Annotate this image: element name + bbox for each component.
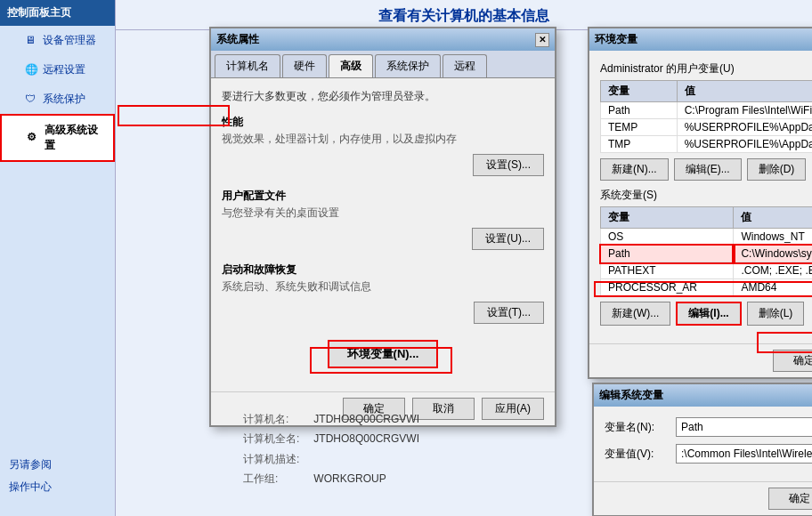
sysprops-titlebar: 系统属性 ✕ [211,28,555,51]
system-vars-title: 系统变量(S) [600,188,812,203]
varvalue-label: 变量值(V): [605,447,676,462]
editsysvar-body: 变量名(N): 变量值(V): [594,407,812,481]
computer-workgroup-label: 工作组: [236,469,306,488]
sidebar-bottom: 另请参阅 操作中心 [0,454,116,498]
system-vars-table: 变量 值 OS Windows_NT Path C:\Windows\syste… [600,206,812,296]
sys-var-pathext-value: .COM; .EXE; .BAT; .CMD; .VBS; .VBE... [734,262,812,279]
computer-name-value: JTDHO8Q00CRGVWI [306,409,426,429]
user-var-temp-value: %USERPROFILE%\AppData\Local\Temp [677,119,812,136]
user-var-tmp[interactable]: TMP %USERPROFILE%\AppData\Local\Temp [601,136,813,153]
user-delete-btn[interactable]: 删除(D) [747,158,807,181]
tab-sysprotect[interactable]: 系统保护 [375,54,441,77]
section-startup-desc: 系统启动、系统失败和调试信息 [222,279,544,294]
sidebar-item-advanced[interactable]: ⚙ 高级系统设置 [0,114,115,162]
userprofile-settings-btn[interactable]: 设置(U)... [472,228,544,250]
remote-icon: 🌐 [25,63,39,77]
sidebar-see-also[interactable]: 另请参阅 [0,454,116,476]
editsysvar-ok-btn[interactable]: 确定 [768,488,812,510]
user-var-temp[interactable]: TEMP %USERPROFILE%\AppData\Local\Temp [601,119,813,136]
sidebar-action-center[interactable]: 操作中心 [0,476,116,498]
sys-var-os[interactable]: OS Windows_NT [601,229,813,246]
envvars-ok-btn[interactable]: 确定 [773,350,812,372]
envvars-footer: 确定 取消 [589,343,812,377]
editsysvar-footer: 确定 取消 [594,481,812,515]
user-var-temp-name: TEMP [601,119,678,136]
sysprops-apply-btn[interactable]: 应用(A) [482,398,544,420]
computer-workgroup-value: WORKGROUP [306,469,426,488]
tab-hardware[interactable]: 硬件 [282,54,327,77]
tab-advanced[interactable]: 高级 [329,54,373,77]
sys-var-col-header: 变量 [601,207,734,229]
varvalue-input[interactable] [676,444,812,464]
varname-row: 变量名(N): [605,417,812,437]
sidebar: 控制面板主页 🖥 设备管理器 🌐 远程设置 🛡 系统保护 ⚙ 高级系统设置 另请… [0,0,116,516]
tab-computername[interactable]: 计算机名 [215,54,280,77]
sidebar-item-remote[interactable]: 🌐 远程设置 [0,55,115,85]
main-area: 查看有关计算机的基本信息 系统属性 ✕ 计算机名 硬件 高级 系统保护 远程 要… [116,0,812,516]
tab-remote[interactable]: 远程 [443,54,487,77]
sys-var-pathext[interactable]: PATHEXT .COM; .EXE; .BAT; .CMD; .VBS; .V… [601,262,813,279]
sys-val-col-header: 值 [734,207,812,229]
sysprops-tabbar: 计算机名 硬件 高级 系统保护 远程 [211,51,555,78]
perf-settings-btn[interactable]: 设置(S)... [473,154,544,176]
envvars-body: Administrator 的用户变量(U) 变量 值 Path C:\Prog… [589,51,812,343]
user-val-col-header: 值 [677,81,812,102]
sys-var-path-name: Path [601,246,734,262]
sys-var-os-name: OS [601,229,734,246]
user-action-row: 新建(N)... 编辑(E)... 删除(D) [600,158,812,181]
sidebar-title: 控制面板主页 [0,0,115,26]
system-vars-section: 系统变量(S) 变量 值 OS Windows_NT [600,188,812,326]
system-new-btn[interactable]: 新建(W)... [600,302,670,326]
computer-fullname-label: 计算机全名: [236,429,306,448]
user-vars-title: Administrator 的用户变量(U) [600,61,812,77]
varname-label: 变量名(N): [605,420,676,435]
section-userprofile-title: 用户配置文件 [222,189,544,204]
user-new-btn[interactable]: 新建(N)... [600,158,669,181]
section-perf-title: 性能 [222,115,544,130]
user-edit-btn[interactable]: 编辑(E)... [674,158,742,181]
editsysvar-titlebar: 编辑系统变量 ✕ [594,384,812,407]
advanced-icon: ⚙ [27,131,41,145]
varname-input[interactable] [676,417,812,437]
computer-name-row: 计算机名: JTDHO8Q00CRGVWI [236,409,426,429]
section-userprofile-desc: 与您登录有关的桌面设置 [222,206,544,221]
user-var-tmp-name: TMP [601,136,678,153]
sysprops-title: 系统属性 [216,32,259,47]
section-perf-desc: 视觉效果，处理器计划，内存使用，以及虚拟内存 [222,132,544,147]
computer-desc-row: 计算机描述: [236,449,426,469]
sys-var-processorarch-name: PROCESSOR_AR [601,279,734,296]
protection-icon: 🛡 [25,93,39,107]
system-delete-btn[interactable]: 删除(L) [747,302,805,326]
computer-info: 计算机名: JTDHO8Q00CRGVWI 计算机全名: JTDHO8Q00CR… [236,409,426,489]
computer-fullname-value: JTDHO8Q00CRGVWI [306,429,426,448]
sys-var-pathext-name: PATHEXT [601,262,734,279]
sys-var-processorarch[interactable]: PROCESSOR_AR AMD64 [601,279,813,296]
computer-name-label: 计算机名: [236,409,306,429]
sysprops-info-text: 要进行大多数更改，您必须作为管理员登录。 [222,89,544,104]
computer-fullname-row: 计算机全名: JTDHO8Q00CRGVWI [236,429,426,448]
user-var-path[interactable]: Path C:\Program Files\Intel\WiFi\bin.... [601,102,813,119]
device-icon: 🖥 [25,34,39,48]
sysprops-body: 要进行大多数更改，您必须作为管理员登录。 性能 视觉效果，处理器计划，内存使用，… [211,78,555,391]
page-title: 查看有关计算机的基本信息 [116,0,812,30]
system-edit-btn[interactable]: 编辑(I)... [676,302,741,326]
sys-var-path-value: C:\Windows\system32;C:\Windows.... [734,246,812,262]
env-vars-btn[interactable]: 环境变量(N)... [328,340,439,368]
sys-var-path[interactable]: Path C:\Windows\system32;C:\Windows.... [601,246,813,262]
envvars-dialog: 环境变量 ✕ Administrator 的用户变量(U) 变量 值 Path [588,27,812,379]
envvars-title: 环境变量 [595,32,637,47]
system-action-row: 新建(W)... 编辑(I)... 删除(L) [600,302,812,326]
user-var-path-value: C:\Program Files\Intel\WiFi\bin.... [677,102,812,119]
computer-desc-value [306,449,426,469]
computer-desc-label: 计算机描述: [236,449,306,469]
sys-var-os-value: Windows_NT [734,229,812,246]
editsysvar-title: 编辑系统变量 [599,388,663,403]
sidebar-item-protection[interactable]: 🛡 系统保护 [0,85,115,114]
sysprops-close-btn[interactable]: ✕ [535,33,549,47]
sidebar-item-device[interactable]: 🖥 设备管理器 [0,26,115,55]
user-var-col-header: 变量 [601,81,678,102]
envvars-titlebar: 环境变量 ✕ [589,28,812,51]
startup-settings-btn[interactable]: 设置(T)... [474,302,544,324]
user-var-tmp-value: %USERPROFILE%\AppData\Local\Temp [677,136,812,153]
editsysvar-dialog: 编辑系统变量 ✕ 变量名(N): 变量值(V): 确定 取消 [592,383,812,516]
